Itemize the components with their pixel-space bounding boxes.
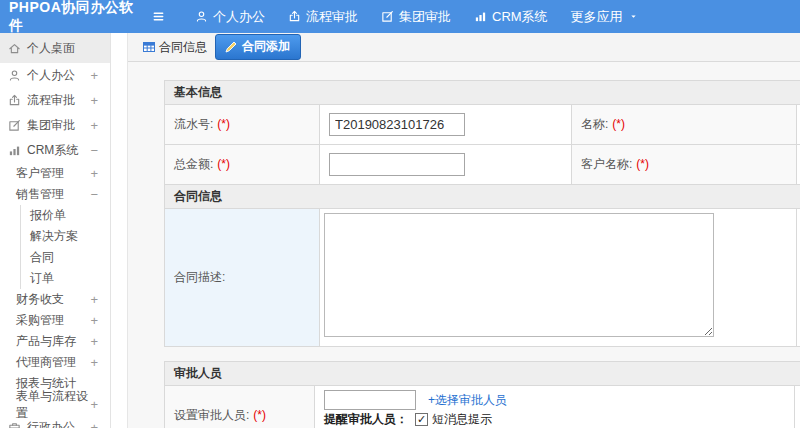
expand-plus-icon[interactable]: +	[90, 93, 110, 108]
sidebar-item-product-stock[interactable]: 产品与库存+	[0, 331, 110, 352]
name-required-mark: (*)	[612, 117, 625, 131]
form-content: 基本信息 流水号:(*) 名称:(*) 总金额:(*)	[128, 62, 800, 428]
description-label-cell: 合同描述:	[165, 209, 320, 347]
nav-item-label: 流程审批	[306, 8, 358, 26]
sidebar-item-label: 解决方案	[30, 228, 78, 245]
section-approval: 审批人员	[165, 362, 800, 386]
sidebar-menu: 个人桌面个人办公+流程审批+集团审批+CRM系统−客户管理+销售管理−报价单解决…	[0, 33, 110, 428]
table-icon	[142, 40, 156, 54]
description-input-cell	[320, 209, 797, 347]
approver-extra-cell	[795, 386, 800, 428]
sidebar-item-flow-approval[interactable]: 流程审批+	[0, 88, 110, 113]
tab-strip: 合同信息 合同添加	[128, 33, 800, 62]
sidebar-item-quotation[interactable]: 报价单	[20, 205, 110, 226]
description-textarea[interactable]	[324, 213, 714, 337]
sidebar-item-label: 报价单	[30, 207, 66, 224]
serial-input-cell	[320, 105, 572, 145]
sidebar-item-label: 销售管理	[16, 186, 64, 203]
sidebar-item-label: 集团审批	[27, 117, 75, 134]
sidebar-scrollbar-gutter[interactable]	[112, 33, 127, 428]
row-approver: 设置审批人员:(*) +选择审批人员 提醒审批人员： ✓ 短消息提示 注：流程第…	[165, 386, 800, 428]
row-serial-name: 流水号:(*) 名称:(*)	[165, 105, 800, 145]
nav-item-1[interactable]: 流程审批	[288, 8, 358, 26]
expand-plus-icon[interactable]: +	[90, 355, 110, 370]
sidebar-item-label: 订单	[30, 270, 54, 287]
edit-icon	[381, 10, 394, 23]
sidebar-item-label: 产品与库存	[16, 333, 76, 350]
sidebar-item-label: 个人桌面	[27, 40, 75, 57]
expand-plus-icon[interactable]: +	[90, 292, 110, 307]
section-basic-info: 基本信息	[165, 81, 800, 105]
flow-icon	[288, 10, 301, 23]
nav-item-2[interactable]: 集团审批	[381, 8, 451, 26]
contract-form-table: 基本信息 流水号:(*) 名称:(*) 总金额:(*)	[164, 80, 800, 347]
expand-plus-icon[interactable]: +	[90, 397, 110, 412]
customer-label: 客户名称:	[581, 157, 632, 171]
serial-label: 流水号:	[174, 117, 213, 131]
sidebar-item-form-flow-settings[interactable]: 表单与流程设置+	[0, 394, 110, 415]
briefcase-icon	[8, 421, 21, 428]
sms-label: 短消息提示	[432, 412, 492, 426]
expand-plus-icon[interactable]: +	[90, 68, 110, 83]
sidebar-item-label: 采购管理	[16, 312, 64, 329]
sidebar-item-finance[interactable]: 财务收支+	[0, 289, 110, 310]
sidebar-item-crm-system[interactable]: CRM系统−	[0, 138, 110, 163]
expand-plus-icon[interactable]: +	[90, 166, 110, 181]
top-nav: 个人办公流程审批集团审批CRM系统更多应用	[195, 8, 666, 26]
sms-checkbox[interactable]: ✓	[415, 413, 428, 426]
expand-plus-icon[interactable]: +	[90, 420, 110, 428]
row-description: 合同描述:	[165, 209, 800, 347]
app-logo: PHPOA协同办公软件	[0, 0, 140, 35]
tab-contract-info[interactable]: 合同信息	[142, 39, 207, 56]
customer-input-cell	[797, 145, 800, 185]
expand-plus-icon[interactable]: +	[90, 118, 110, 133]
collapse-minus-icon[interactable]: −	[90, 143, 110, 158]
sidebar-item-label: 合同	[30, 249, 54, 266]
customer-label-cell: 客户名称:(*)	[572, 145, 797, 185]
expand-plus-icon[interactable]: +	[90, 313, 110, 328]
serial-input[interactable]	[329, 113, 465, 136]
nav-item-3[interactable]: CRM系统	[474, 8, 548, 26]
amount-input[interactable]	[329, 153, 465, 176]
sidebar-item-purchase-mgmt[interactable]: 采购管理+	[0, 310, 110, 331]
approver-required-mark: (*)	[253, 408, 266, 422]
sidebar-item-personal-desktop[interactable]: 个人桌面	[0, 33, 110, 63]
main-area: 合同信息 合同添加 基本信息 流水号:(*) 名称:(*)	[127, 33, 800, 428]
row-amount-customer: 总金额:(*) 客户名称:(*)	[165, 145, 800, 185]
nav-item-label: 个人办公	[213, 8, 265, 26]
home-icon	[8, 42, 21, 55]
sidebar-item-contract[interactable]: 合同	[20, 247, 110, 268]
pencil-icon	[224, 40, 238, 54]
caret-down-icon	[629, 12, 638, 21]
sidebar-item-label: 财务收支	[16, 291, 64, 308]
sidebar-item-label: CRM系统	[27, 142, 78, 159]
approver-input[interactable]	[324, 390, 416, 410]
choose-approver-link[interactable]: +选择审批人员	[428, 392, 507, 409]
flow-icon	[8, 94, 21, 107]
sidebar-item-order[interactable]: 订单	[20, 268, 110, 289]
approver-content-cell: +选择审批人员 提醒审批人员： ✓ 短消息提示 注：流程第一步审批人员，这里选择…	[315, 386, 795, 428]
sidebar-item-personal-office[interactable]: 个人办公+	[0, 63, 110, 88]
name-input-cell	[797, 105, 800, 145]
sidebar-item-group-approval[interactable]: 集团审批+	[0, 113, 110, 138]
sidebar-item-label: 表单与流程设置	[16, 388, 90, 422]
nav-item-label: 更多应用	[571, 8, 623, 26]
collapse-minus-icon[interactable]: −	[90, 187, 110, 202]
hamburger-menu-icon[interactable]	[152, 10, 165, 23]
nav-item-label: CRM系统	[492, 8, 548, 26]
user-icon	[195, 10, 208, 23]
sidebar-item-label: 代理商管理	[16, 354, 76, 371]
sidebar-item-sales-mgmt[interactable]: 销售管理−	[0, 184, 110, 205]
tab-contract-add[interactable]: 合同添加	[215, 34, 301, 60]
nav-item-4[interactable]: 更多应用	[571, 8, 643, 26]
serial-label-cell: 流水号:(*)	[165, 105, 320, 145]
amount-label-cell: 总金额:(*)	[165, 145, 320, 185]
approver-label-cell: 设置审批人员:(*)	[165, 386, 315, 428]
expand-plus-icon[interactable]: +	[90, 334, 110, 349]
amount-required-mark: (*)	[217, 157, 230, 171]
nav-item-0[interactable]: 个人办公	[195, 8, 265, 26]
sidebar-item-customer-mgmt[interactable]: 客户管理+	[0, 163, 110, 184]
sidebar-item-solution[interactable]: 解决方案	[20, 226, 110, 247]
sidebar-item-agent-mgmt[interactable]: 代理商管理+	[0, 352, 110, 373]
description-extra-cell	[797, 209, 800, 347]
